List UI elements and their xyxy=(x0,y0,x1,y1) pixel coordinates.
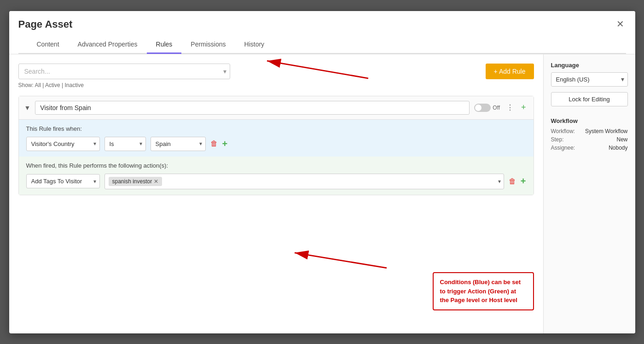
tab-rules[interactable]: Rules xyxy=(147,36,182,54)
svg-line-3 xyxy=(295,252,387,268)
search-row: ▾ + Add Rule xyxy=(18,64,534,79)
assignee-value: Nobody xyxy=(609,145,627,151)
step-row: Step: New xyxy=(551,136,628,143)
step-label: Step: xyxy=(551,136,564,143)
modal-body: ▾ + Add Rule Show: All | Active | Inacti… xyxy=(9,54,635,333)
tag-input-wrapper[interactable]: spanish investor ✕ ▾ xyxy=(104,174,504,189)
action-add-button[interactable]: + xyxy=(521,176,526,187)
tab-advanced-properties[interactable]: Advanced Properties xyxy=(69,36,147,54)
condition-value-wrapper: Spain xyxy=(151,137,206,151)
sidebar: Language English (US) Lock for Editing W… xyxy=(543,54,635,333)
tab-permissions[interactable]: Permissions xyxy=(181,36,235,54)
annotation-tooltip-2: Conditions (Blue) can be set to trigger … xyxy=(433,272,534,310)
workflow-row: Workflow: System Workflow xyxy=(551,128,628,134)
rule-actions-icons: ⋮ + xyxy=(505,102,528,113)
workflow-workflow-label: Workflow: xyxy=(551,128,575,134)
condition-row: Visitor's Country Is Spain xyxy=(26,137,526,151)
tag-chip-label: spanish investor xyxy=(112,178,152,185)
action-section: When fired, this Rule performs the follo… xyxy=(19,157,534,195)
tab-content[interactable]: Content xyxy=(28,36,69,54)
condition-value-select[interactable]: Spain xyxy=(151,137,206,151)
condition-operator-select[interactable]: Is xyxy=(104,137,146,151)
add-rule-button[interactable]: + Add Rule xyxy=(486,64,534,79)
tag-chip-remove[interactable]: ✕ xyxy=(154,178,158,185)
toggle-off-label: Off xyxy=(493,105,500,111)
tab-history[interactable]: History xyxy=(235,36,274,54)
action-delete-button[interactable]: 🗑 xyxy=(509,177,516,186)
condition-field-wrapper: Visitor's Country xyxy=(26,137,100,151)
condition-delete-button[interactable]: 🗑 xyxy=(210,140,218,148)
language-field: English (US) xyxy=(551,72,628,87)
condition-field-select[interactable]: Visitor's Country xyxy=(26,137,100,151)
rule-more-button[interactable]: ⋮ xyxy=(505,102,516,113)
action-type-wrapper: Add Tags To Visitor xyxy=(26,174,100,188)
action-title: When fired, this Rule performs the follo… xyxy=(26,162,526,169)
toggle-switch[interactable] xyxy=(474,104,491,112)
action-row: Add Tags To Visitor spanish investor ✕ ▾ xyxy=(26,174,526,189)
rule-toggle: Off xyxy=(474,104,500,112)
search-input-wrapper: ▾ xyxy=(18,64,230,79)
rule-block: ▼ Off ⋮ + This Rule fires when: xyxy=(18,96,534,195)
language-select[interactable]: English (US) xyxy=(551,72,628,87)
condition-section: This Rule fires when: Visitor's Country … xyxy=(19,120,534,157)
assignee-row: Assignee: Nobody xyxy=(551,145,628,151)
lock-for-editing-button[interactable]: Lock for Editing xyxy=(551,92,628,106)
condition-add-button[interactable]: + xyxy=(222,139,228,149)
rule-header: ▼ Off ⋮ + xyxy=(19,96,534,120)
show-all-link[interactable]: All xyxy=(35,82,41,88)
search-input[interactable] xyxy=(18,64,230,79)
show-filters: Show: All | Active | Inactive xyxy=(18,82,534,88)
rule-expand-icon[interactable]: ▼ xyxy=(24,104,31,111)
workflow-section: Workflow Workflow: System Workflow Step:… xyxy=(551,117,628,151)
assignee-label: Assignee: xyxy=(551,145,575,151)
show-inactive-link[interactable]: Inactive xyxy=(64,82,83,88)
modal-overlay: Page Asset ✕ Content Advanced Properties… xyxy=(0,0,644,344)
filter-icon: ▾ xyxy=(223,68,226,75)
modal-title: Page Asset xyxy=(18,18,73,36)
condition-title: This Rule fires when: xyxy=(26,125,526,132)
tag-chip: spanish investor ✕ xyxy=(109,177,162,186)
rule-add-button[interactable]: + xyxy=(519,102,528,113)
rule-name-input[interactable] xyxy=(35,101,470,115)
tab-bar: Content Advanced Properties Rules Permis… xyxy=(18,36,626,54)
language-select-wrapper: English (US) xyxy=(551,72,628,87)
main-content: ▾ + Add Rule Show: All | Active | Inacti… xyxy=(9,54,543,333)
close-button[interactable]: ✕ xyxy=(613,17,628,30)
workflow-workflow-value: System Workflow xyxy=(585,128,627,134)
workflow-label: Workflow xyxy=(551,117,628,124)
modal: Page Asset ✕ Content Advanced Properties… xyxy=(9,11,635,333)
modal-header: Page Asset ✕ Content Advanced Properties… xyxy=(9,11,635,54)
condition-operator-wrapper: Is xyxy=(104,137,146,151)
tag-dropdown-arrow-icon: ▾ xyxy=(498,178,501,185)
show-active-link[interactable]: Active xyxy=(45,82,60,88)
language-label: Language xyxy=(551,62,628,69)
action-type-select[interactable]: Add Tags To Visitor xyxy=(26,174,100,188)
step-value: New xyxy=(616,136,627,143)
